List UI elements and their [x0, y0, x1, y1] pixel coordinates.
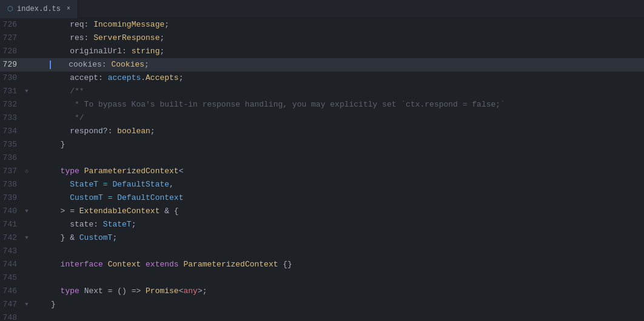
code-line: req: IncomingMessage;: [41, 18, 644, 31]
token: [79, 165, 84, 178]
gutter-row: 730: [0, 71, 41, 85]
token: ;: [159, 31, 164, 45]
token: ;: [150, 125, 155, 138]
token: ServerResponse: [93, 31, 159, 45]
gutter-row: 742▼: [0, 231, 41, 245]
cursor: [50, 61, 51, 69]
gutter-row: 746: [0, 285, 41, 298]
code-line: res: ServerResponse;: [41, 31, 644, 45]
token: boolean: [117, 125, 150, 138]
token: } &: [51, 231, 79, 245]
gutter-row: 739: [0, 191, 41, 205]
token: {}: [278, 258, 292, 271]
gutter-row: 743: [0, 245, 41, 258]
token: req: [51, 18, 84, 31]
line-number: 747: [0, 298, 22, 311]
code-line: state: StateT;: [41, 218, 644, 231]
token: [51, 165, 61, 178]
token: respond: [51, 125, 103, 138]
gutter-row: 735: [0, 138, 41, 151]
gutter-row: 740▼: [0, 205, 41, 218]
code-line: /**: [41, 85, 644, 98]
token: originalUrl: [51, 45, 122, 58]
fold-icon[interactable]: ◎: [22, 165, 32, 178]
token: ,: [169, 178, 174, 191]
code-line: type ParameterizedContext<: [41, 165, 644, 178]
editor-tab[interactable]: ⬡ index.d.ts ×: [0, 0, 78, 18]
code-line: respond?: boolean;: [41, 125, 644, 138]
token: ;: [159, 45, 164, 58]
token: [51, 258, 61, 271]
token: IncomingMessage: [93, 18, 164, 31]
line-number: 748: [0, 311, 22, 321]
code-line: [41, 245, 644, 258]
line-number: 737: [0, 165, 22, 178]
gutter-row: 726: [0, 18, 41, 31]
token: <: [179, 165, 184, 178]
code-line: }: [41, 298, 644, 311]
token: type: [61, 165, 79, 178]
line-number: 743: [0, 245, 22, 258]
gutter-row: 745: [0, 271, 41, 285]
gutter-row: 728: [0, 45, 41, 58]
token: [51, 285, 61, 298]
token: DefaultState: [112, 178, 169, 191]
tab-bar: ⬡ index.d.ts ×: [0, 0, 644, 18]
token: :: [98, 71, 108, 85]
fold-icon[interactable]: ▼: [22, 85, 32, 98]
line-number: 727: [0, 31, 22, 45]
editor-container: ⬡ index.d.ts × 726727728729730731▼732733…: [0, 0, 644, 321]
code-line: * To bypass Koa's built-in response hand…: [41, 98, 644, 111]
token: ;: [144, 58, 149, 71]
token: > =: [51, 205, 79, 218]
token: >;: [198, 285, 207, 298]
token: Cookies: [111, 58, 144, 71]
gutter-row: 733: [0, 111, 41, 125]
gutter-row: 732: [0, 98, 41, 111]
gutter-row: 736: [0, 151, 41, 165]
code-line: */: [41, 111, 644, 125]
token: }: [51, 138, 65, 151]
token: StateT: [51, 178, 98, 191]
fold-icon[interactable]: ▼: [22, 298, 32, 311]
gutter-row: 747▼: [0, 298, 41, 311]
code-line: [41, 151, 644, 165]
code-line: type Next = () => Promise<any>;: [41, 285, 644, 298]
token: accepts: [108, 71, 141, 85]
token: /**: [51, 85, 84, 98]
token: CustomT: [51, 191, 103, 205]
token: ;: [112, 231, 117, 245]
code-line: cookies: Cookies;: [41, 58, 644, 71]
token: <: [179, 285, 184, 298]
token: type: [61, 285, 79, 298]
gutter-row: 729: [0, 58, 41, 71]
code-line: > = ExtendableContext & {: [41, 205, 644, 218]
line-number: 742: [0, 231, 22, 245]
tab-close-button[interactable]: ×: [67, 5, 70, 12]
code-line: }: [41, 138, 644, 151]
code-line: accept: accepts.Accepts;: [41, 71, 644, 85]
fold-icon[interactable]: ▼: [22, 231, 32, 245]
token: Context: [108, 258, 141, 271]
token: ;: [132, 218, 136, 231]
token: [141, 258, 146, 271]
fold-icon[interactable]: ▼: [22, 205, 32, 218]
code-rows: req: IncomingMessage; res: ServerRespons…: [41, 18, 644, 321]
token: :: [93, 218, 103, 231]
token: :: [84, 31, 94, 45]
line-number: 746: [0, 285, 22, 298]
token: ?:: [103, 125, 117, 138]
line-number: 744: [0, 258, 22, 271]
token: :: [84, 18, 94, 31]
gutter-row: 741: [0, 218, 41, 231]
code-line: [41, 311, 644, 321]
token: =: [98, 178, 112, 191]
line-number: 728: [0, 45, 22, 58]
gutter-row: 738: [0, 178, 41, 191]
token: interface: [61, 258, 103, 271]
line-number: 731: [0, 85, 22, 98]
token: Promise: [146, 285, 179, 298]
gutter-row: 734: [0, 125, 41, 138]
line-number: 745: [0, 271, 22, 285]
code-line: CustomT = DefaultContext: [41, 191, 644, 205]
